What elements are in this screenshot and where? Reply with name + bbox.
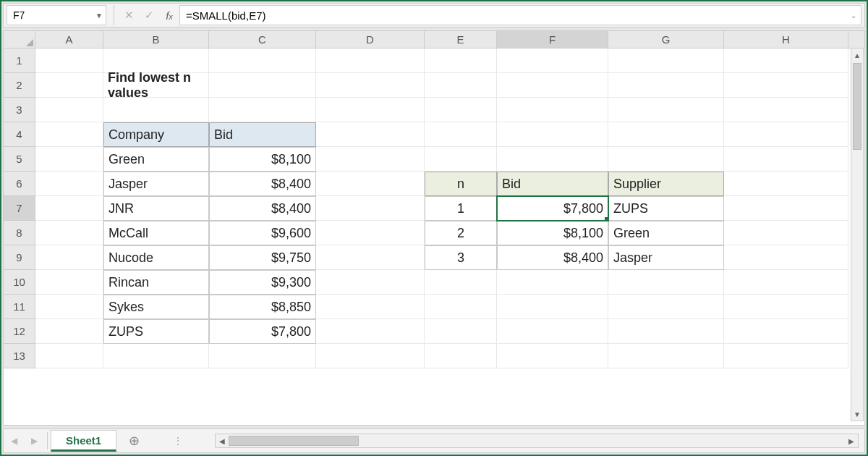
cell-H4[interactable] [724, 122, 848, 147]
cell-G2[interactable] [608, 73, 724, 98]
cancel-formula-button[interactable]: ✕ [119, 5, 139, 25]
cell-A2[interactable] [35, 73, 103, 98]
cell-H10[interactable] [724, 270, 848, 295]
cell-G12[interactable] [608, 319, 724, 344]
insert-function-button[interactable]: fx [159, 5, 179, 25]
scroll-thumb[interactable] [229, 436, 359, 446]
row-header-13[interactable]: 13 [4, 344, 35, 368]
cell-G3[interactable] [608, 98, 724, 122]
scroll-track[interactable] [229, 434, 845, 447]
row-header-9[interactable]: 9 [4, 245, 35, 270]
next-sheet-button[interactable]: ▶ [24, 429, 44, 452]
cell-D11[interactable] [316, 295, 425, 319]
cell-C6[interactable]: $8,400 [209, 172, 316, 196]
cell-E3[interactable] [425, 98, 497, 122]
chevron-down-icon[interactable]: ▼ [95, 12, 103, 20]
cell-C9[interactable]: $9,750 [209, 245, 316, 270]
cell-F8[interactable]: $8,100 [497, 221, 608, 245]
cell-E9[interactable]: 3 [425, 245, 497, 270]
cell-G9[interactable]: Jasper [608, 245, 724, 270]
cell-D9[interactable] [316, 245, 425, 270]
cell-B5[interactable]: Green [103, 147, 209, 172]
cell-C13[interactable] [209, 344, 316, 368]
cell-G8[interactable]: Green [608, 221, 724, 245]
cell-G13[interactable] [608, 344, 724, 368]
cell-G6[interactable]: Supplier [608, 172, 724, 196]
cell-D7[interactable] [316, 196, 425, 221]
scroll-left-arrow-icon[interactable]: ◀ [216, 434, 229, 447]
cell-H13[interactable] [724, 344, 848, 368]
cell-A4[interactable] [35, 122, 103, 147]
col-header-G[interactable]: G [608, 31, 724, 48]
name-box[interactable]: F7 ▼ [7, 5, 106, 25]
cell-E6[interactable]: n [425, 172, 497, 196]
cell-D6[interactable] [316, 172, 425, 196]
cell-G5[interactable] [608, 147, 724, 172]
cell-B4[interactable]: Company [103, 122, 209, 147]
cell-A10[interactable] [35, 270, 103, 295]
cell-A9[interactable] [35, 245, 103, 270]
cell-H7[interactable] [724, 196, 848, 221]
add-sheet-button[interactable]: ⊕ [124, 431, 144, 451]
cell-A6[interactable] [35, 172, 103, 196]
cell-B8[interactable]: McCall [103, 221, 209, 245]
cell-F12[interactable] [497, 319, 608, 344]
cell-A1[interactable] [35, 48, 103, 73]
cell-G7[interactable]: ZUPS [608, 196, 724, 221]
cell-A3[interactable] [35, 98, 103, 122]
cell-E1[interactable] [425, 48, 497, 73]
cell-E8[interactable]: 2 [425, 221, 497, 245]
col-header-C[interactable]: C [209, 31, 316, 48]
prev-sheet-button[interactable]: ◀ [4, 429, 24, 452]
row-header-7[interactable]: 7 [4, 196, 35, 221]
cell-D4[interactable] [316, 122, 425, 147]
cell-H11[interactable] [724, 295, 848, 319]
cell-B11[interactable]: Sykes [103, 295, 209, 319]
cell-F2[interactable] [497, 73, 608, 98]
cell-F3[interactable] [497, 98, 608, 122]
cell-C5[interactable]: $8,100 [209, 147, 316, 172]
row-header-11[interactable]: 11 [4, 295, 35, 319]
cell-G10[interactable] [608, 270, 724, 295]
cell-C2[interactable] [209, 73, 316, 98]
cell-G4[interactable] [608, 122, 724, 147]
row-header-1[interactable]: 1 [4, 48, 35, 73]
cell-E11[interactable] [425, 295, 497, 319]
scroll-down-arrow-icon[interactable]: ▼ [851, 408, 863, 421]
cell-F1[interactable] [497, 48, 608, 73]
col-header-D[interactable]: D [316, 31, 425, 48]
cell-F5[interactable] [497, 147, 608, 172]
row-header-8[interactable]: 8 [4, 221, 35, 245]
cell-D1[interactable] [316, 48, 425, 73]
cell-E10[interactable] [425, 270, 497, 295]
cell-F9[interactable]: $8,400 [497, 245, 608, 270]
scroll-right-arrow-icon[interactable]: ▶ [845, 434, 858, 447]
drag-handle-icon[interactable]: ⋮ [173, 435, 182, 447]
cell-C3[interactable] [209, 98, 316, 122]
cell-B6[interactable]: Jasper [103, 172, 209, 196]
select-all-triangle[interactable] [4, 31, 35, 48]
cell-A12[interactable] [35, 319, 103, 344]
cell-B7[interactable]: JNR [103, 196, 209, 221]
cell-B10[interactable]: Rincan [103, 270, 209, 295]
cell-G11[interactable] [608, 295, 724, 319]
cell-F10[interactable] [497, 270, 608, 295]
cell-H12[interactable] [724, 319, 848, 344]
cell-E5[interactable] [425, 147, 497, 172]
cell-H8[interactable] [724, 221, 848, 245]
cell-B9[interactable]: Nucode [103, 245, 209, 270]
col-header-E[interactable]: E [425, 31, 497, 48]
cell-E13[interactable] [425, 344, 497, 368]
sheet-tab-active[interactable]: Sheet1 [51, 430, 116, 452]
horizontal-scrollbar[interactable]: ◀ ▶ [215, 434, 859, 448]
scroll-up-arrow-icon[interactable]: ▲ [851, 48, 863, 62]
cell-G1[interactable] [608, 48, 724, 73]
row-header-3[interactable]: 3 [4, 98, 35, 122]
cell-C8[interactable]: $9,600 [209, 221, 316, 245]
cell-D8[interactable] [316, 221, 425, 245]
cell-F13[interactable] [497, 344, 608, 368]
row-header-12[interactable]: 12 [4, 319, 35, 344]
cell-D12[interactable] [316, 319, 425, 344]
cell-E12[interactable] [425, 319, 497, 344]
row-header-10[interactable]: 10 [4, 270, 35, 295]
